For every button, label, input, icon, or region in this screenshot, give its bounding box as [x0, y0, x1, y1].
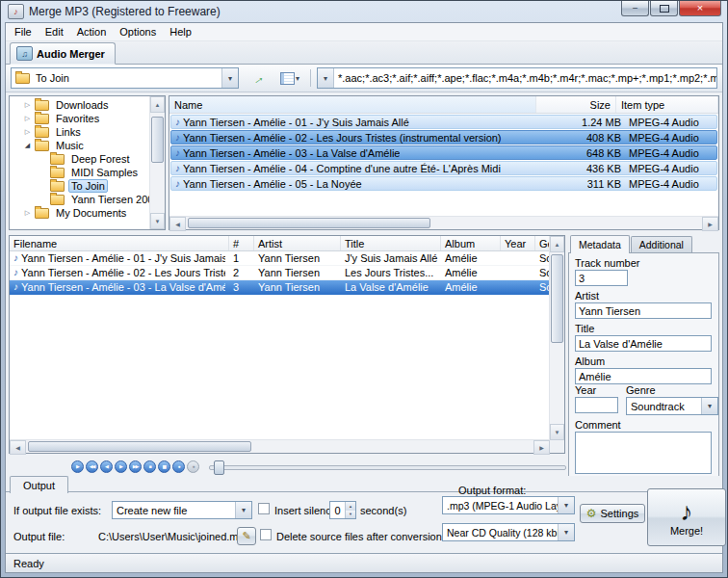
file-list-hscrollbar[interactable]: ◀ ▶	[169, 216, 718, 229]
tree-item-my-documents[interactable]: ▷My Documents	[10, 206, 149, 220]
column-header-number[interactable]: #	[229, 236, 254, 250]
merge-list-vscrollbar[interactable]: ▲ ▼	[549, 236, 564, 440]
scroll-right-icon[interactable]: ▶	[533, 440, 550, 455]
scroll-up-icon[interactable]: ▲	[550, 236, 564, 252]
forward-button[interactable]: ▶	[115, 460, 127, 473]
track-number-field[interactable]	[575, 270, 628, 286]
scroll-down-icon[interactable]: ▼	[150, 213, 165, 229]
artist-field[interactable]	[575, 302, 712, 319]
scrollbar-thumb[interactable]	[188, 218, 430, 228]
previous-button[interactable]: ◀◀	[86, 460, 98, 473]
merge-list-row[interactable]: ♪Yann Tiersen - Amélie - 02 - Les Jours …	[10, 266, 550, 280]
record-button[interactable]: ●	[172, 460, 185, 473]
go-button[interactable]: →	[243, 66, 272, 90]
column-header-title[interactable]: Title	[341, 236, 441, 250]
tab-audio-merger[interactable]: ♫ Audio Merger	[10, 42, 116, 65]
tab-additional[interactable]: Additional	[631, 236, 692, 252]
scroll-right-icon[interactable]: ▶	[702, 217, 718, 231]
genre-combo[interactable]: Soundtrack ▾	[626, 397, 718, 415]
spin-up-icon[interactable]: ▲	[346, 502, 355, 511]
merge-list-hscrollbar[interactable]: ◀ ▶	[10, 439, 550, 453]
tab-metadata[interactable]: Metadata	[570, 235, 630, 253]
merge-list-row[interactable]: ♪Yann Tiersen - Amélie - 01 - J'y Suis J…	[10, 251, 550, 266]
merge-list-row[interactable]: ♪Yann Tiersen - Amélie - 03 - La Valse d…	[10, 280, 550, 295]
tree-item-links[interactable]: ▷Links	[10, 125, 149, 139]
column-header-album[interactable]: Album	[441, 236, 501, 250]
title-bar[interactable]: ♪ Merge MP3 (Registered to Freeware) – ×	[1, 1, 727, 22]
collapse-arrow-icon[interactable]: ◢	[23, 142, 32, 149]
file-row[interactable]: ♪Yann Tiersen - Amélie - 03 - La Valse d…	[170, 145, 717, 160]
expand-arrow-icon[interactable]: ▷	[23, 101, 32, 109]
tree-item-favorites[interactable]: ▷Favorites	[10, 112, 149, 125]
tree-item-deep-forest[interactable]: Deep Forest	[10, 152, 149, 166]
stop-button[interactable]: ■	[143, 460, 156, 473]
output-format-combo[interactable]: .mp3 (MPEG-1 Audio Layer 3) ▾	[442, 496, 575, 514]
column-header-name[interactable]: Name	[169, 96, 536, 113]
folder-combo[interactable]: To Join ▾	[11, 67, 239, 89]
settings-button[interactable]: ⚙ Settings	[580, 504, 645, 523]
scroll-left-icon[interactable]: ◀	[169, 217, 186, 231]
comment-field[interactable]	[575, 432, 712, 474]
tree-item-yann-tiersen-2008[interactable]: Yann Tiersen 2008	[10, 193, 149, 206]
expand-arrow-icon[interactable]: ▷	[23, 209, 32, 217]
scroll-left-icon[interactable]: ◀	[10, 440, 26, 455]
expand-arrow-icon[interactable]: ▷	[23, 128, 32, 136]
chevron-down-icon[interactable]: ▾	[318, 68, 334, 88]
menu-item-action[interactable]: Action	[70, 24, 114, 39]
seek-slider[interactable]	[209, 459, 566, 474]
tree-item-downloads[interactable]: ▷Downloads	[10, 98, 149, 112]
menu-item-edit[interactable]: Edit	[39, 24, 70, 39]
minimize-button[interactable]: –	[621, 1, 649, 16]
column-header-filename[interactable]: Filename	[10, 236, 229, 250]
album-field[interactable]	[575, 368, 712, 384]
silence-seconds-stepper[interactable]: 0 ▲ ▼	[329, 501, 356, 519]
tree-item-midi-samples[interactable]: MIDI Samples	[10, 166, 149, 179]
file-row[interactable]: ♪Yann Tiersen - Amélie - 04 - Comptine d…	[170, 161, 717, 175]
close-button[interactable]: ×	[679, 1, 721, 16]
scrollbar-thumb[interactable]	[551, 254, 563, 343]
column-header-item-type[interactable]: Item type	[616, 96, 718, 113]
column-header-genre[interactable]: Genre	[535, 236, 550, 250]
scroll-up-icon[interactable]: ▲	[150, 96, 165, 113]
title-field[interactable]	[575, 335, 712, 352]
tree-item-music[interactable]: ◢Music	[10, 139, 149, 152]
quality-combo[interactable]: Near CD Quality (128 kbit/s) ▾	[442, 523, 575, 541]
merge-button[interactable]: ♪ Merge!	[647, 488, 726, 546]
chevron-down-icon[interactable]: ▾	[235, 502, 251, 518]
maximize-button[interactable]	[650, 1, 678, 16]
chevron-down-icon[interactable]: ▾	[558, 524, 574, 540]
insert-silence-checkbox[interactable]	[258, 503, 270, 514]
column-header-artist[interactable]: Artist	[254, 236, 341, 250]
file-row[interactable]: ♪Yann Tiersen - Amélie - 02 - Les Jours …	[170, 130, 717, 144]
column-header-year[interactable]: Year	[501, 236, 535, 250]
browse-output-file-button[interactable]: ✎	[237, 527, 256, 545]
delete-source-checkbox[interactable]	[260, 529, 272, 540]
menu-item-file[interactable]: File	[8, 24, 39, 39]
scrollbar-thumb[interactable]	[151, 117, 164, 163]
pause-button[interactable]: ▮▮	[158, 460, 170, 473]
chevron-down-icon[interactable]: ▾	[221, 68, 238, 88]
scroll-down-icon[interactable]: ▼	[550, 424, 564, 440]
scrollbar-thumb[interactable]	[28, 441, 251, 452]
play-button[interactable]: ▶	[71, 460, 84, 473]
slider-thumb[interactable]	[214, 460, 224, 475]
next-button[interactable]: ▶▶	[129, 460, 142, 473]
chevron-down-icon[interactable]: ▾	[701, 398, 717, 414]
exists-combo[interactable]: Create new file ▾	[112, 501, 252, 519]
menu-item-options[interactable]: Options	[113, 24, 163, 39]
year-field[interactable]	[575, 397, 618, 413]
views-button[interactable]: ▾	[275, 66, 304, 90]
menu-item-help[interactable]: Help	[163, 24, 198, 39]
tab-output[interactable]: Output	[10, 476, 68, 493]
extra-button[interactable]: ●	[187, 460, 199, 473]
column-header-size[interactable]: Size	[536, 96, 616, 113]
filter-combo[interactable]: ▾ *.aac;*.ac3;*.aif;*.aiff;*.ape;*.flac;…	[317, 67, 717, 89]
expand-arrow-icon[interactable]: ▷	[23, 115, 32, 122]
tree-scrollbar[interactable]: ▲ ▼	[149, 96, 165, 229]
rewind-button[interactable]: ◀	[100, 460, 113, 473]
spin-down-icon[interactable]: ▼	[346, 511, 355, 519]
file-row[interactable]: ♪Yann Tiersen - Amélie - 05 - La Noyée31…	[170, 176, 717, 191]
tree-item-to-join[interactable]: To Join	[10, 179, 149, 193]
chevron-down-icon[interactable]: ▾	[558, 497, 574, 513]
file-row[interactable]: ♪Yann Tiersen - Amélie - 01 - J'y Suis J…	[170, 115, 717, 129]
